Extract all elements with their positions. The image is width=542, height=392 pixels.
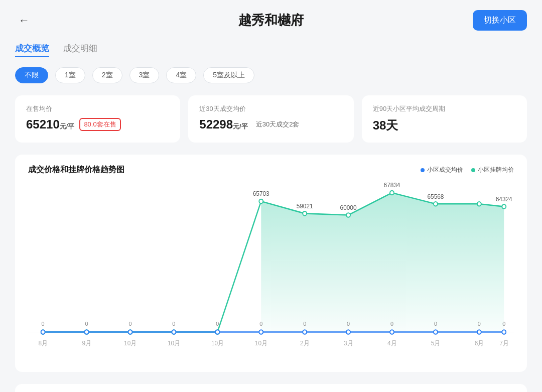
x-label-0: 8月 [39, 340, 48, 347]
price-chart-svg: 65703 59021 60000 67834 65568 64324 0 0 … [28, 183, 514, 364]
x-label-2: 10月 [124, 340, 137, 347]
stat-deal-cycle-value: 38天 [373, 117, 398, 134]
listing-dot-11 [502, 204, 506, 208]
label-65568: 65568 [427, 193, 444, 200]
filter-unlimited[interactable]: 不限 [15, 67, 48, 83]
tab-detail[interactable]: 成交明细 [63, 43, 97, 57]
x-label-11: 7月 [499, 340, 508, 347]
deal-label-0-4: 0 [216, 320, 219, 326]
legend-listing-price: 小区挂牌均价 [471, 166, 514, 174]
listing-dot-10 [477, 202, 481, 206]
listing-dot-6 [303, 211, 307, 215]
legend-deal-label: 小区成交均价 [427, 166, 463, 174]
back-arrow-icon: ← [19, 14, 30, 27]
deal-label-0-5: 0 [259, 320, 262, 326]
legend-listing-label: 小区挂牌均价 [478, 166, 514, 174]
stat-listing-price: 在售均价 65210元/平 80.0套在售 [15, 95, 180, 143]
stats-row: 在售均价 65210元/平 80.0套在售 近30天成交均价 52298元/平 … [15, 95, 527, 143]
listing-dot-8 [390, 191, 394, 195]
chart-fill-area [261, 193, 504, 332]
deal-label-0-0: 0 [42, 320, 45, 326]
listing-dot-5 [259, 199, 263, 203]
label-67834: 67834 [384, 182, 400, 189]
x-label-3: 10月 [168, 340, 180, 347]
x-label-5: 10月 [255, 340, 267, 347]
tab-bar: 成交概览 成交明细 [15, 43, 527, 57]
filter-5room[interactable]: 5室及以上 [203, 67, 254, 83]
deal-label-0-3: 0 [172, 320, 175, 326]
deal-label-0-11: 0 [502, 320, 505, 326]
deal-label-0-6: 0 [303, 320, 306, 326]
x-label-9: 5月 [431, 340, 440, 347]
price-chart-title: 成交价格和挂牌价格趋势图 [28, 165, 124, 175]
filter-1room[interactable]: 1室 [55, 67, 85, 83]
price-chart-area: 65703 59021 60000 67834 65568 64324 0 0 … [28, 183, 514, 364]
filter-4room[interactable]: 4室 [166, 67, 196, 83]
switch-community-button[interactable]: 切换小区 [473, 10, 527, 31]
page-title: 越秀和樾府 [238, 12, 304, 29]
legend-deal-dot [421, 168, 425, 172]
legend-deal-price: 小区成交均价 [421, 166, 463, 174]
back-button[interactable]: ← [15, 12, 33, 30]
stat-listing-price-label: 在售均价 [26, 104, 169, 113]
deal-label-0-8: 0 [390, 320, 393, 326]
stat-listing-price-value: 65210元/平 [26, 117, 74, 132]
legend-listing-dot [471, 168, 475, 172]
stat-deal-price-value: 52298元/平 [199, 117, 247, 132]
listing-dot-9 [434, 202, 438, 206]
stat-deal-cycle-label: 近90天小区平均成交周期 [373, 104, 516, 113]
filter-2room[interactable]: 2室 [92, 67, 122, 83]
x-label-4: 10月 [211, 340, 224, 347]
stat-listing-badge: 80.0套在售 [79, 118, 120, 131]
filter-3room[interactable]: 3室 [129, 67, 160, 83]
x-label-10: 6月 [475, 340, 484, 347]
label-64324: 64324 [496, 196, 512, 203]
deal-label-0-9: 0 [434, 320, 437, 326]
label-60000: 60000 [340, 204, 357, 211]
stat-deal-price: 近30天成交均价 52298元/平 近30天成交2套 [188, 95, 353, 143]
x-label-1: 9月 [82, 340, 91, 347]
label-59021: 59021 [297, 202, 313, 209]
deal-label-0-10: 0 [478, 320, 481, 326]
deal-label-0-2: 0 [128, 320, 131, 326]
x-label-7: 3月 [344, 340, 353, 347]
label-65703: 65703 [253, 190, 269, 197]
tab-overview[interactable]: 成交概览 [15, 43, 49, 57]
stat-deal-cycle: 近90天小区平均成交周期 38天 [362, 95, 527, 143]
filter-bar: 不限 1室 2室 3室 4室 5室及以上 [15, 67, 527, 83]
price-chart-card: 成交价格和挂牌价格趋势图 小区成交均价 小区挂牌均价 [15, 155, 527, 372]
stat-deal-price-label: 近30天成交均价 [199, 104, 342, 113]
x-label-6: 2月 [300, 340, 309, 347]
listing-dot-7 [346, 213, 350, 217]
x-label-8: 4月 [387, 340, 396, 347]
volume-chart-card: 成交量趋势图 [15, 384, 527, 392]
deal-label-0-7: 0 [347, 320, 350, 326]
stat-deal-price-sub: 近30天成交2套 [256, 120, 300, 129]
deal-label-0-1: 0 [85, 320, 88, 326]
chart-legend: 小区成交均价 小区挂牌均价 [421, 166, 514, 174]
